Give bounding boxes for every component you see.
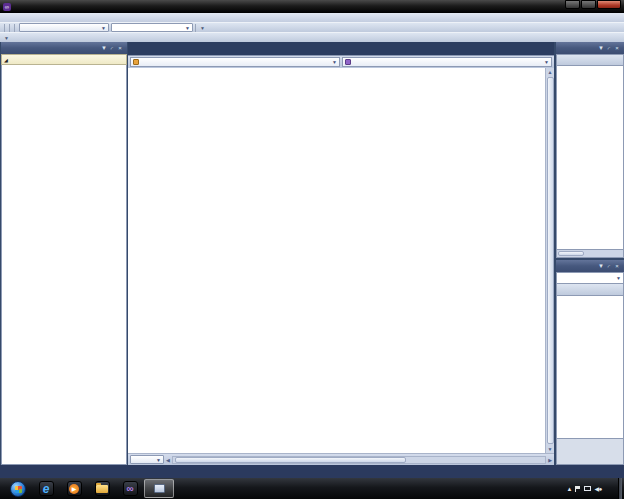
standard-toolbar: ▼ ▼ ▼	[0, 22, 624, 32]
solution-explorer-panel: ▼ ◜ ×	[556, 42, 624, 258]
auto-hide-pin-icon[interactable]: ◜	[605, 263, 613, 270]
taskbar-active-window-button[interactable]	[144, 479, 174, 498]
close-icon[interactable]: ×	[613, 45, 621, 51]
windows-taskbar: e ▶ ∞ ▲ ◀⦁	[0, 478, 624, 499]
properties-object-selector[interactable]: ▼	[556, 272, 624, 283]
scrollbar-thumb[interactable]	[558, 251, 584, 256]
document-tab-strip	[128, 42, 554, 55]
deployment-target-combo[interactable]: ▼	[19, 23, 109, 32]
solution-explorer-horizontal-scrollbar[interactable]	[556, 250, 624, 258]
chevron-down-icon: ▼	[153, 457, 161, 463]
scrollbar-thumb[interactable]	[175, 457, 406, 463]
types-combo[interactable]: ▼	[130, 57, 340, 67]
window-position-icon[interactable]: ▼	[100, 45, 108, 51]
taskbar-clock[interactable]	[605, 485, 613, 492]
vs-app-icon: ∞	[3, 3, 11, 11]
chevron-down-icon: ▼	[98, 25, 106, 31]
file-explorer-icon	[96, 485, 108, 493]
collapse-arrow-icon: ◢	[4, 57, 8, 63]
show-hidden-icons-icon[interactable]: ▲	[566, 486, 572, 492]
properties-title-bar[interactable]: ▼ ◜ ×	[556, 260, 624, 272]
layout-toolbar: ▼	[0, 32, 624, 42]
toolbar-separator	[14, 24, 15, 32]
code-editor[interactable]	[128, 68, 545, 453]
toolbar-separator	[4, 24, 5, 32]
method-icon	[345, 59, 351, 65]
status-bar	[0, 465, 624, 478]
toolbar-search-input[interactable]: ▼	[111, 23, 193, 32]
class-icon	[133, 59, 139, 65]
windows-start-icon	[10, 481, 26, 497]
taskbar-file-explorer[interactable]	[88, 479, 116, 498]
system-tray: ▲ ◀⦁	[566, 478, 624, 499]
media-player-icon: ▶	[69, 484, 79, 494]
properties-panel: ▼ ◜ × ▼	[556, 260, 624, 465]
taskbar-internet-explorer[interactable]: e	[32, 479, 60, 498]
scroll-right-icon[interactable]: ▶	[548, 456, 552, 464]
properties-grid[interactable]	[556, 295, 624, 439]
members-combo[interactable]: ▼	[342, 57, 552, 67]
toolbox-group-general[interactable]: ◢	[1, 54, 127, 65]
close-icon[interactable]: ×	[613, 263, 621, 269]
toolbox-empty-message	[1, 65, 127, 465]
properties-toolbar	[556, 283, 624, 295]
chevron-down-icon: ▼	[183, 25, 192, 31]
display-icon[interactable]	[584, 486, 591, 491]
dock-area: ▼ ◜ × ◢ ▼ ▼	[0, 42, 624, 465]
active-window-icon	[154, 484, 165, 493]
chevron-down-icon: ▼	[332, 59, 337, 65]
close-button[interactable]	[597, 0, 621, 9]
toolbox-panel: ▼ ◜ × ◢	[1, 42, 127, 465]
start-button[interactable]	[4, 479, 32, 498]
properties-description-pane	[556, 439, 624, 465]
editor-navigation-bar: ▼ ▼	[128, 55, 554, 68]
document-well: ▼ ▼ ▲ ▼ ▼	[128, 42, 554, 465]
toolbar-overflow-icon[interactable]: ▼	[4, 35, 9, 41]
minimize-button[interactable]	[565, 0, 580, 9]
maximize-button[interactable]	[581, 0, 596, 9]
scroll-left-icon[interactable]: ◀	[166, 456, 170, 464]
action-center-flag-icon[interactable]	[575, 486, 581, 492]
visual-studio-icon: ∞	[126, 484, 133, 494]
zoom-combo[interactable]: ▼	[130, 455, 164, 464]
chevron-down-icon: ▼	[544, 59, 549, 65]
show-desktop-button[interactable]	[618, 478, 622, 499]
taskbar-media-player[interactable]: ▶	[60, 479, 88, 498]
editor-vertical-scrollbar[interactable]: ▲ ▼	[545, 68, 554, 453]
close-icon[interactable]: ×	[116, 45, 124, 51]
chevron-down-icon: ▼	[616, 275, 621, 281]
editor-horizontal-scrollbar[interactable]	[172, 456, 546, 464]
solution-explorer-title-bar[interactable]: ▼ ◜ ×	[556, 42, 624, 54]
right-dock-column: ▼ ◜ × ▼ ◜ × ▼	[556, 42, 624, 465]
auto-hide-pin-icon[interactable]: ◜	[605, 45, 613, 52]
solution-tree	[556, 65, 624, 250]
scrollbar-thumb[interactable]	[547, 77, 554, 444]
toolbar-separator	[9, 24, 10, 32]
solution-explorer-toolbar	[556, 54, 624, 65]
menu-bar	[0, 13, 624, 22]
title-bar: ∞	[0, 0, 624, 13]
taskbar-visual-studio[interactable]: ∞	[116, 479, 144, 498]
toolbar-separator	[195, 24, 196, 32]
volume-icon[interactable]: ◀⦁	[594, 486, 602, 492]
window-position-icon[interactable]: ▼	[597, 45, 605, 51]
scroll-down-icon[interactable]: ▼	[548, 445, 553, 453]
visual-studio-window: ∞ ▼ ▼ ▼ ▼	[0, 0, 624, 499]
toolbar-overflow-icon[interactable]: ▼	[200, 25, 205, 31]
scroll-up-icon[interactable]: ▲	[548, 68, 553, 76]
window-position-icon[interactable]: ▼	[597, 263, 605, 269]
toolbox-title-bar[interactable]: ▼ ◜ ×	[1, 42, 127, 54]
editor-bottom-bar: ▼ ◀ ▶	[128, 453, 554, 465]
auto-hide-pin-icon[interactable]: ◜	[108, 45, 116, 52]
internet-explorer-icon: e	[43, 483, 50, 495]
